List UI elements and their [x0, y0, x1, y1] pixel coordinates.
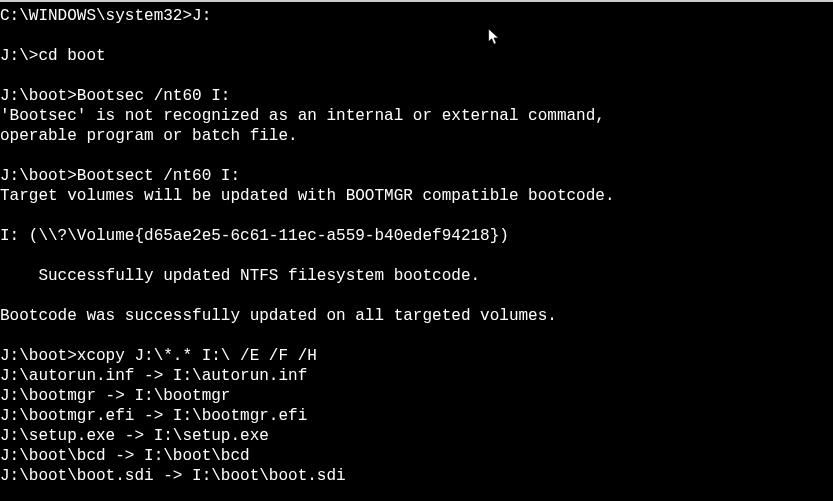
terminal-line: operable program or batch file. [0, 126, 833, 146]
terminal-line: Target volumes will be updated with BOOT… [0, 186, 833, 206]
window-top-border [0, 0, 833, 2]
terminal-line [0, 206, 833, 226]
terminal-line: J:\bootmgr -> I:\bootmgr [0, 386, 833, 406]
terminal-line: C:\WINDOWS\system32>J: [0, 6, 833, 26]
terminal-line [0, 66, 833, 86]
terminal-line: J:\boot>xcopy J:\*.* I:\ /E /F /H [0, 346, 833, 366]
terminal-line: J:\boot\boot.sdi -> I:\boot\boot.sdi [0, 466, 833, 486]
terminal-line: 'Bootsec' is not recognized as an intern… [0, 106, 833, 126]
terminal-line: J:\boot\bcd -> I:\boot\bcd [0, 446, 833, 466]
terminal-line: J:\boot>Bootsect /nt60 I: [0, 166, 833, 186]
terminal-line [0, 146, 833, 166]
terminal-line [0, 26, 833, 46]
terminal-line: Bootcode was successfully updated on all… [0, 306, 833, 326]
terminal-line [0, 286, 833, 306]
terminal-line [0, 246, 833, 266]
terminal-line: J:\autorun.inf -> I:\autorun.inf [0, 366, 833, 386]
terminal-line: I: (\\?\Volume{d65ae2e5-6c61-11ec-a559-b… [0, 226, 833, 246]
terminal-line: J:\>cd boot [0, 46, 833, 66]
terminal-output[interactable]: C:\WINDOWS\system32>J: J:\>cd boot J:\bo… [0, 6, 833, 486]
terminal-line: Successfully updated NTFS filesystem boo… [0, 266, 833, 286]
terminal-line: J:\boot>Bootsec /nt60 I: [0, 86, 833, 106]
terminal-line [0, 326, 833, 346]
terminal-line: J:\setup.exe -> I:\setup.exe [0, 426, 833, 446]
terminal-line: J:\bootmgr.efi -> I:\bootmgr.efi [0, 406, 833, 426]
